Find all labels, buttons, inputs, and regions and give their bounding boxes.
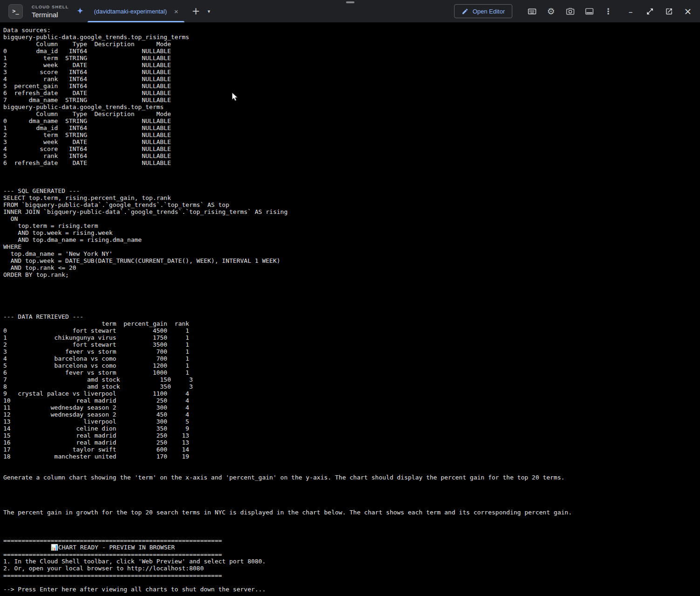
gear-icon: ⚙ [547,6,555,16]
keyboard-icon [527,7,537,16]
camera-button[interactable] [564,6,576,17]
close-icon: × [684,6,692,17]
tab-label: (davidtamaki-experimental) [94,8,167,15]
toolbar-icon-group: ⚙ ⋮ [526,6,614,17]
app-title: Terminal [32,11,69,19]
pencil-icon [462,8,469,15]
keyboard-shortcuts-button[interactable] [526,6,537,17]
open-editor-button[interactable]: Open Editor [454,4,512,18]
tab-close-icon[interactable]: × [172,7,180,15]
title-block: CLOUD SHELL Terminal [32,4,69,19]
gemini-spark-icon[interactable] [75,7,85,16]
terminal-output[interactable]: Data sources: bigquery-public-data.googl… [3,27,700,596]
dock-panel-icon [584,7,594,16]
settings-button[interactable]: ⚙ [545,6,557,17]
tab-davidtamaki-experimental[interactable]: (davidtamaki-experimental) × [88,0,185,22]
window-controls: – × [625,6,693,17]
close-button[interactable]: × [682,6,693,17]
expand-button[interactable] [644,6,655,17]
cloud-shell-logo-icon: >_ [8,4,23,19]
more-options-button[interactable]: ⋮ [603,6,614,17]
topbar: >_ CLOUD SHELL Terminal (davidtamaki-exp… [0,0,700,22]
minimize-button[interactable]: – [625,6,636,17]
product-label: CLOUD SHELL [32,4,69,9]
add-tab-button[interactable]: + [190,6,201,17]
tab-list-dropdown-button[interactable]: ▾ [203,6,214,17]
pane-drag-handle[interactable] [346,1,354,3]
more-options-icon: ⋮ [605,7,612,16]
open-in-new-icon [665,7,673,15]
dock-panel-button[interactable] [584,6,595,17]
open-in-new-window-button[interactable] [663,6,674,17]
open-editor-label: Open Editor [473,8,505,15]
expand-icon [646,7,654,15]
active-tab-indicator [88,21,185,22]
spark-icon [75,7,85,16]
minimize-icon: – [629,7,633,16]
camera-icon [565,7,575,16]
